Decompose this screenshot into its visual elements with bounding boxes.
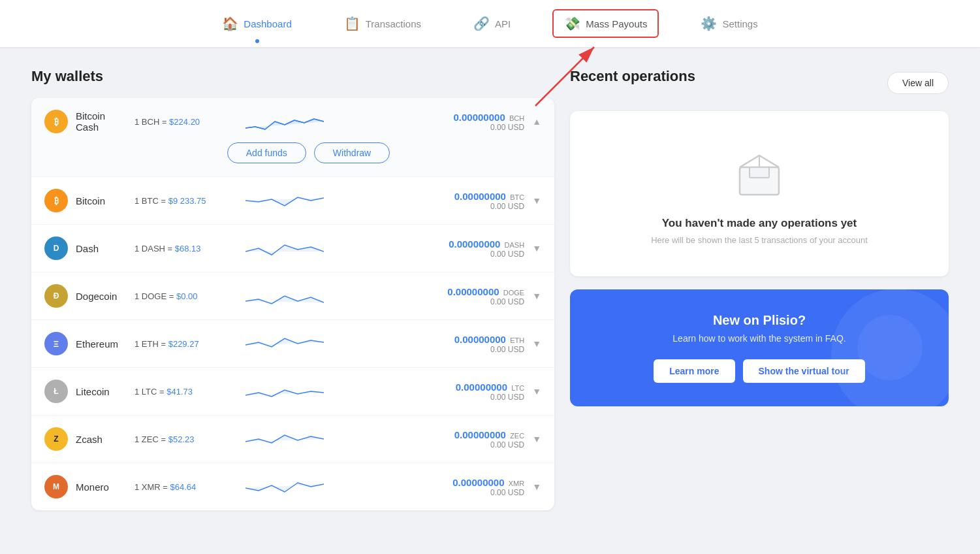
ltc-chevron: ▼	[532, 386, 541, 397]
btc-balance: 0.00000000 BTC 0.00 USD	[340, 191, 524, 211]
xmr-chevron: ▼	[532, 481, 541, 492]
svg-text:Ð: Ð	[54, 291, 59, 301]
doge-chevron: ▼	[532, 291, 541, 301]
btc-chart	[245, 187, 324, 214]
empty-box-icon	[730, 142, 789, 201]
eth-chart	[245, 331, 324, 357]
wallet-row-bch[interactable]: ₿ BitcoinCash 1 BCH = $224.20 0.00000000…	[31, 98, 554, 177]
svg-text:₿: ₿	[54, 117, 59, 127]
svg-text:Ξ: Ξ	[54, 339, 59, 349]
xmr-balance: 0.00000000 XMR 0.00 USD	[340, 477, 524, 497]
bch-rate: 1 BCH = $224.20	[134, 117, 245, 127]
svg-text:Ł: Ł	[54, 387, 58, 396]
svg-text:M: M	[53, 482, 59, 491]
xmr-name: Monero	[76, 481, 134, 493]
ltc-rate: 1 LTC = $41.73	[134, 387, 245, 397]
dash-name: Dash	[76, 243, 134, 254]
operations-card: You haven't made any operations yet Here…	[570, 111, 949, 276]
main-navigation: 🏠 Dashboard 📋 Transactions 🔗 API 💸 Mass …	[0, 0, 980, 47]
wallet-row-ltc[interactable]: Ł Litecoin 1 LTC = $41.73 0.00000000 LTC…	[31, 368, 554, 416]
bch-chevron-up: ▲	[532, 116, 541, 127]
mass-payouts-icon: 💸	[564, 16, 580, 31]
wallet-row-eth[interactable]: Ξ Ethereum 1 ETH = $229.27 0.00000000 ET…	[31, 320, 554, 368]
doge-balance: 0.00000000 DOGE 0.00 USD	[340, 286, 524, 306]
wallet-row-xmr[interactable]: M Monero 1 XMR = $64.64 0.00000000 XMR 0…	[31, 463, 554, 510]
ltc-balance: 0.00000000 LTC 0.00 USD	[340, 382, 524, 402]
svg-text:D: D	[54, 244, 59, 253]
nav-label-mass-payouts: Mass Payouts	[586, 18, 647, 29]
dashboard-icon: 🏠	[222, 16, 238, 31]
btc-coin-icon: ₿	[44, 189, 68, 212]
nav-item-api[interactable]: 🔗 API	[463, 10, 521, 37]
zec-name: Zcash	[76, 434, 134, 445]
wallets-panel: My wallets ₿ BitcoinCash 1 BCH = $224.20…	[31, 68, 554, 510]
wallets-title: My wallets	[31, 68, 554, 85]
settings-icon: ⚙️	[701, 16, 717, 31]
dash-coin-icon: D	[44, 236, 68, 260]
empty-operations-title: You haven't made any operations yet	[586, 217, 933, 230]
zec-rate: 1 ZEC = $52.23	[134, 434, 245, 444]
wallets-card: ₿ BitcoinCash 1 BCH = $224.20 0.00000000…	[31, 98, 554, 510]
eth-chevron: ▼	[532, 338, 541, 349]
eth-coin-icon: Ξ	[44, 332, 68, 355]
btc-name: Bitcoin	[76, 195, 134, 206]
dash-rate: 1 DASH = $68.13	[134, 244, 245, 253]
nav-label-api: API	[495, 18, 511, 29]
withdraw-button[interactable]: Withdraw	[314, 142, 390, 163]
learn-more-button[interactable]: Learn more	[654, 359, 735, 383]
api-icon: 🔗	[473, 16, 490, 31]
operations-header: Recent operations View all	[570, 68, 949, 98]
wallet-row-dash[interactable]: D Dash 1 DASH = $68.13 0.00000000 DASH 0…	[31, 225, 554, 272]
operations-title: Recent operations	[570, 68, 695, 85]
bch-actions: Add funds Withdraw	[44, 135, 541, 166]
zec-coin-icon: Z	[44, 427, 68, 451]
add-funds-button[interactable]: Add funds	[227, 142, 306, 163]
empty-operations-subtitle: Here will be shown the last 5 transactio…	[586, 235, 933, 245]
svg-text:Z: Z	[54, 434, 58, 444]
xmr-coin-icon: M	[44, 475, 68, 498]
doge-rate: 1 DOGE = $0.00	[134, 291, 245, 301]
dash-balance: 0.00000000 DASH 0.00 USD	[340, 238, 524, 259]
bch-coin-icon: ₿	[44, 110, 68, 133]
promo-bg-shape2	[857, 315, 923, 380]
ltc-coin-icon: Ł	[44, 380, 68, 403]
zec-chart	[245, 426, 324, 452]
ltc-chart	[245, 378, 324, 404]
promo-subtitle: Learn how to work with the system in FAQ…	[591, 333, 928, 344]
doge-name: Dogecoin	[76, 291, 134, 302]
bch-name: BitcoinCash	[76, 110, 134, 133]
wallet-row-doge[interactable]: Ð Dogecoin 1 DOGE = $0.00 0.00000000 DOG…	[31, 272, 554, 320]
dash-chevron: ▼	[532, 243, 541, 253]
nav-label-settings: Settings	[722, 18, 757, 29]
eth-balance: 0.00000000 ETH 0.00 USD	[340, 334, 524, 354]
ltc-name: Litecoin	[76, 386, 134, 397]
xmr-chart	[245, 474, 324, 500]
svg-text:₿: ₿	[54, 196, 59, 206]
right-panel: Recent operations View all You haven't m…	[570, 68, 949, 510]
nav-item-dashboard[interactable]: 🏠 Dashboard	[212, 10, 302, 37]
eth-rate: 1 ETH = $229.27	[134, 339, 245, 349]
nav-item-settings[interactable]: ⚙️ Settings	[690, 10, 768, 37]
eth-name: Ethereum	[76, 338, 134, 350]
doge-coin-icon: Ð	[44, 284, 68, 308]
btc-chevron: ▼	[532, 195, 541, 206]
nav-item-mass-payouts[interactable]: 💸 Mass Payouts	[552, 9, 659, 38]
view-all-button[interactable]: View all	[887, 72, 949, 94]
zec-chevron: ▼	[532, 434, 541, 444]
wallet-row-zec[interactable]: Z Zcash 1 ZEC = $52.23 0.00000000 ZEC 0.…	[31, 416, 554, 463]
nav-label-transactions: Transactions	[366, 18, 421, 29]
dash-chart	[245, 235, 324, 261]
transactions-icon: 📋	[344, 16, 360, 31]
btc-rate: 1 BTC = $9 233.75	[134, 196, 245, 206]
promo-card: New on Plisio? Learn how to work with th…	[570, 289, 949, 406]
main-content: My wallets ₿ BitcoinCash 1 BCH = $224.20…	[0, 47, 980, 531]
nav-label-dashboard: Dashboard	[244, 18, 291, 29]
wallet-row-btc[interactable]: ₿ Bitcoin 1 BTC = $9 233.75 0.00000000 B…	[31, 177, 554, 225]
bch-chart	[245, 108, 324, 135]
svg-rect-20	[750, 167, 769, 178]
nav-item-transactions[interactable]: 📋 Transactions	[334, 10, 432, 37]
bch-balance: 0.00000000 BCH 0.00 USD	[340, 112, 524, 132]
xmr-rate: 1 XMR = $64.64	[134, 482, 245, 492]
zec-balance: 0.00000000 ZEC 0.00 USD	[340, 429, 524, 449]
doge-chart	[245, 283, 324, 309]
